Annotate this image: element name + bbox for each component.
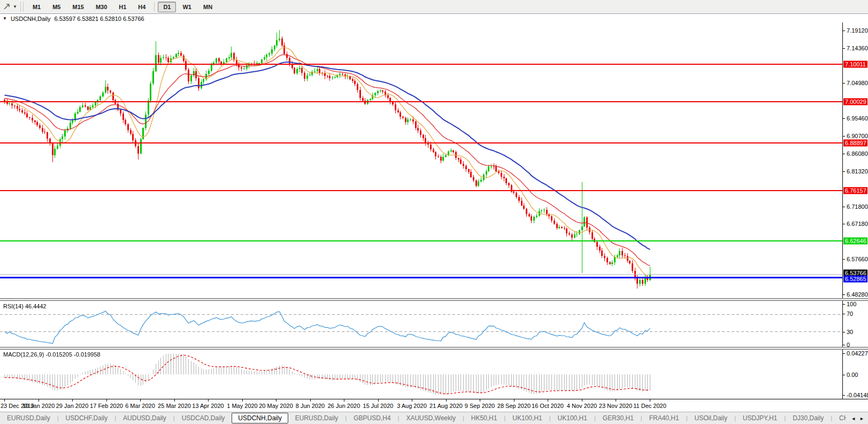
date-tick-mark [242, 399, 243, 402]
timeframe-h4-button[interactable]: H4 [133, 2, 151, 12]
rsi-canvas[interactable] [0, 301, 842, 347]
timeframe-m1-button[interactable]: M1 [27, 2, 46, 12]
tab-item-fra40-h1[interactable]: FRA40,H1 [642, 413, 686, 423]
main-chart-canvas[interactable] [0, 22, 842, 298]
timeframe-h1-button[interactable]: H1 [113, 2, 132, 12]
timeframe-m30-button[interactable]: M30 [90, 2, 112, 12]
macd-tick-mark [843, 395, 845, 396]
price-tick-label: 7.04980 [847, 80, 868, 86]
date-label: 15 Jul 2020 [363, 403, 394, 409]
price-tick-mark [843, 48, 845, 49]
tab-scroll-arrows: ◄ ► [846, 413, 868, 424]
timeframe-d1-button[interactable]: D1 [158, 2, 176, 12]
date-tick-mark [378, 399, 379, 402]
tab-item-eurusd-daily[interactable]: EURUSD,Daily [288, 413, 345, 423]
chart-menu-icon[interactable]: ▼ [3, 16, 7, 21]
tab-item-audusd-daily[interactable]: AUDUSD,Daily [116, 413, 173, 423]
date-tick-mark [106, 399, 107, 402]
date-label: 26 Jun 2020 [328, 403, 360, 409]
date-tick-mark [582, 399, 582, 402]
chart-tab-bar: EURUSD,Daily|USDCHF,Daily|AUDUSD,Daily|U… [0, 412, 868, 424]
chevron-down-icon[interactable]: ▼ [11, 3, 19, 10]
tab-item-usdchf-daily[interactable]: USDCHF,Daily [59, 413, 115, 423]
mt4-window: ▼ M1M5M15M30H1H4D1W1MN ▼ USDCNH,Daily 6.… [0, 0, 868, 424]
date-tick-mark [4, 399, 5, 402]
date-tick-mark [514, 399, 514, 402]
date-tick-mark [446, 399, 447, 402]
chart-ohlc-values: 6.53597 6.53821 6.52810 6.53766 [54, 16, 144, 22]
price-tick-mark [843, 259, 845, 260]
tab-item-usdcad-daily[interactable]: USDCAD,Daily [175, 413, 232, 423]
price-tick-mark [843, 171, 845, 172]
tab-item-xauusd-weekly[interactable]: XAUUSD,Weekly [399, 413, 462, 423]
date-label: 28 Sep 2020 [497, 403, 531, 409]
timeframe-m15-button[interactable]: M15 [67, 2, 89, 12]
chart-shift-icon[interactable] [2, 2, 11, 12]
date-label: 4 Nov 2020 [567, 403, 597, 409]
price-tick-label: 6.86080 [847, 150, 868, 157]
toolbar-grip[interactable] [20, 2, 24, 11]
date-label: 13 Apr 2020 [192, 403, 224, 409]
chart-tabs: EURUSD,Daily|USDCHF,Daily|AUDUSD,Daily|U… [0, 413, 868, 423]
date-tick-mark [72, 399, 73, 402]
date-tick-mark [548, 399, 548, 402]
date-label: 3 Aug 2020 [397, 403, 427, 409]
date-label: 11 Dec 2020 [633, 403, 666, 409]
macd-level-label: 0.042275 [847, 350, 868, 357]
price-tick-mark [843, 154, 845, 154]
date-tick-mark [140, 399, 141, 402]
date-label: 6 Mar 2020 [125, 403, 155, 409]
price-tick-mark [843, 294, 845, 295]
time-axis[interactable]: 23 Dec 201910 Jan 202029 Jan 202017 Feb … [0, 399, 868, 411]
macd-level-label: 0.00 [847, 372, 858, 378]
macd-canvas[interactable] [0, 350, 842, 399]
price-tick-label: 6.67180 [847, 221, 868, 227]
tabs-scroll-right-button[interactable]: ► [859, 416, 864, 421]
tab-item-uk100-h1[interactable]: UK100,H1 [505, 413, 549, 423]
tab-item-uk100-h1[interactable]: UK100,H1 [551, 413, 594, 423]
date-tick-mark [174, 399, 175, 402]
tab-item-dj30-daily[interactable]: DJ30,Daily [786, 413, 831, 423]
price-tick-mark [843, 207, 845, 207]
timeframe-m5-button[interactable]: M5 [47, 2, 66, 12]
price-tick-mark [843, 224, 845, 224]
date-label: 16 Oct 2020 [532, 403, 564, 409]
date-tick-mark [39, 399, 39, 402]
price-tick-label: 7.19120 [847, 27, 868, 34]
date-label: 17 Feb 2020 [90, 403, 123, 409]
tab-item-usoil-daily[interactable]: USOil,Daily [688, 413, 734, 423]
price-line-badge: 7.00029 [843, 99, 867, 105]
tab-item-gbpusd-h4[interactable]: GBPUSD,H4 [347, 413, 397, 423]
price-axis[interactable]: 7.191207.143607.049806.954606.907006.860… [842, 22, 868, 298]
macd-axis[interactable]: 0.0422750.00-0.04148 [842, 350, 868, 399]
tab-item-ger30-h1[interactable]: GER30,H1 [596, 413, 641, 423]
date-tick-mark [344, 399, 344, 402]
date-tick-mark [650, 399, 650, 402]
price-line-badge: 6.62646 [843, 238, 867, 245]
date-label: 1 May 2020 [227, 403, 257, 409]
rsi-axis[interactable]: 10070300 [842, 301, 868, 347]
price-line-badge: 6.76157 [843, 187, 867, 194]
rsi-tick-mark [843, 345, 845, 345]
tab-item-usdcnh-daily[interactable]: USDCNH,Daily [232, 413, 288, 423]
chart-symbol-title: USDCNH,Daily [11, 16, 51, 22]
price-tick-label: 6.95460 [847, 115, 868, 122]
date-label: 29 Jan 2020 [56, 403, 89, 409]
price-line-badge: 6.88897 [843, 140, 867, 147]
rsi-tick-mark [843, 332, 845, 332]
price-tick-label: 7.14360 [847, 45, 868, 51]
tab-item-hk50-h1[interactable]: HK50,H1 [464, 413, 504, 423]
date-tick-mark [480, 399, 480, 402]
tab-item-eurusd-daily[interactable]: EURUSD,Daily [0, 413, 57, 423]
macd-indicator-label: MACD(12,26,9) -0.015205 -0.019958 [3, 351, 101, 358]
date-tick-mark [310, 399, 311, 402]
tab-item-usdjpy-h1[interactable]: USDJPY,H1 [736, 413, 784, 423]
rsi-level-label: 70 [847, 311, 853, 317]
price-tick-label: 6.48280 [847, 291, 868, 298]
rsi-tick-mark [843, 314, 845, 314]
price-tick-label: 6.57660 [847, 256, 868, 262]
timeframe-w1-button[interactable]: W1 [177, 2, 197, 12]
timeframe-mn-button[interactable]: MN [198, 2, 218, 12]
price-line-badge: 6.52865 [843, 276, 867, 283]
tabs-scroll-left-button[interactable]: ◄ [851, 416, 856, 421]
